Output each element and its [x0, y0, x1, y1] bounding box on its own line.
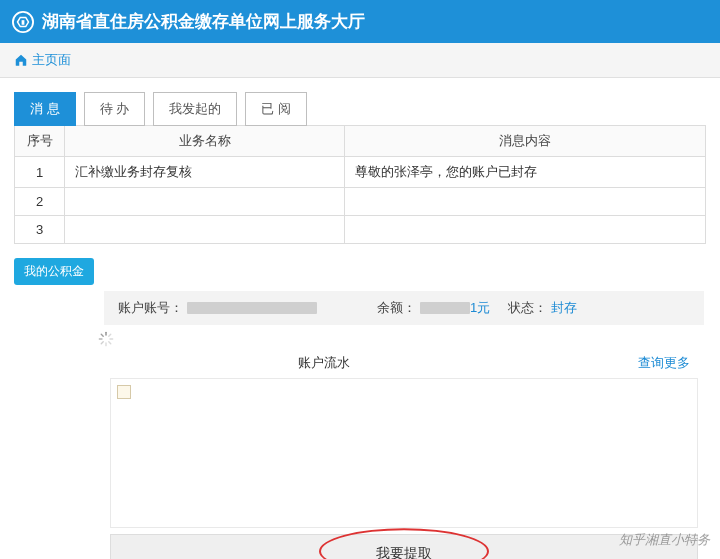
cell-index: 3 [15, 216, 65, 244]
svg-line-8 [101, 342, 103, 344]
svg-rect-1 [22, 20, 25, 25]
cell-content [345, 216, 706, 244]
home-icon [14, 53, 28, 67]
message-table: 序号 业务名称 消息内容 1 汇补缴业务封存复核 尊敬的张泽亭，您的账户已封存 … [14, 125, 706, 244]
message-tabs: 消 息 待 办 我发起的 已 阅 [14, 92, 706, 126]
balance-redacted [420, 302, 470, 314]
cell-name [65, 216, 345, 244]
app-logo-icon [12, 11, 34, 33]
nav-home-label: 主页面 [32, 51, 71, 69]
withdraw-button[interactable]: 我要提取 [110, 534, 698, 559]
svg-line-4 [101, 334, 103, 336]
account-flow-header: 账户流水 查询更多 [104, 344, 704, 378]
content-area: 消 息 待 办 我发起的 已 阅 序号 业务名称 消息内容 1 汇补缴业务封存复… [0, 78, 720, 559]
table-row[interactable]: 1 汇补缴业务封存复核 尊敬的张泽亭，您的账户已封存 [15, 157, 706, 188]
tab-todo[interactable]: 待 办 [84, 92, 146, 126]
balance-label: 余额： [377, 299, 416, 317]
balance-value: 1元 [470, 299, 490, 317]
query-more-link[interactable]: 查询更多 [638, 354, 690, 372]
tab-initiated[interactable]: 我发起的 [153, 92, 237, 126]
loading-spinner-icon [98, 331, 114, 347]
bottom-bar: 我要提取 [110, 534, 698, 559]
my-fund-badge[interactable]: 我的公积金 [14, 258, 94, 285]
cell-content [345, 188, 706, 216]
app-header: 湖南省直住房公积金缴存单位网上服务大厅 [0, 0, 720, 43]
cell-index: 2 [15, 188, 65, 216]
table-row[interactable]: 3 [15, 216, 706, 244]
account-panel: 账户账号： 余额： 1元 状态： 封存 账户流水 查询更多 我要提取 [104, 291, 704, 559]
cell-index: 1 [15, 157, 65, 188]
account-flow-title: 账户流水 [298, 354, 350, 372]
table-row[interactable]: 2 [15, 188, 706, 216]
cell-name [65, 188, 345, 216]
account-summary: 账户账号： 余额： 1元 状态： 封存 [104, 291, 704, 325]
col-header-content: 消息内容 [345, 126, 706, 157]
nav-home[interactable]: 主页面 [8, 47, 77, 73]
account-number-label: 账户账号： [118, 299, 183, 317]
svg-line-9 [109, 334, 111, 336]
status-value: 封存 [551, 299, 577, 317]
cell-name: 汇补缴业务封存复核 [65, 157, 345, 188]
cell-content: 尊敬的张泽亭，您的账户已封存 [345, 157, 706, 188]
svg-line-5 [109, 342, 111, 344]
tab-read[interactable]: 已 阅 [245, 92, 307, 126]
top-nav: 主页面 [0, 43, 720, 78]
app-title: 湖南省直住房公积金缴存单位网上服务大厅 [42, 10, 365, 33]
tab-messages[interactable]: 消 息 [14, 92, 76, 126]
flow-checkbox[interactable] [117, 385, 131, 399]
account-flow-body [110, 378, 698, 528]
col-header-name: 业务名称 [65, 126, 345, 157]
account-number-value [187, 302, 317, 314]
col-header-index: 序号 [15, 126, 65, 157]
status-label: 状态： [508, 299, 547, 317]
